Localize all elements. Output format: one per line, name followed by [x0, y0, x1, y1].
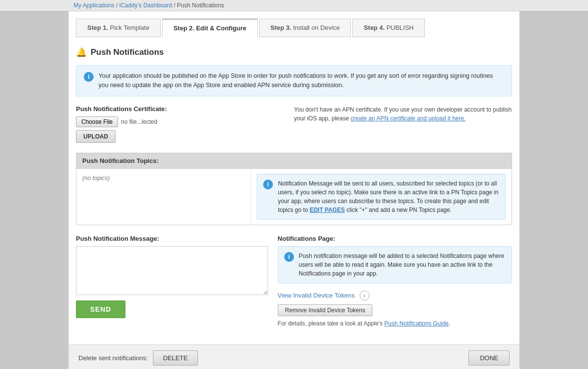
invalid-tokens-section: View Invalid Device Tokens i Remove Inva… — [278, 291, 512, 327]
edit-pages-link[interactable]: EDIT PAGES — [310, 207, 345, 213]
breadcrumb-sep-1: / — [116, 2, 118, 9]
delete-row: Delete sent notifications: DELETE — [78, 350, 198, 366]
breadcrumb-dashboard[interactable]: iCaddy's Dashboard — [119, 2, 172, 9]
file-name-display: no file...lected — [121, 118, 157, 125]
main-info-box: i Your application should be published o… — [76, 65, 512, 96]
remove-invalid-tokens-button[interactable]: Remove Invalid Device Tokens — [278, 304, 373, 316]
message-section-label: Push Notification Message: — [76, 235, 268, 242]
bottom-bar: Delete sent notifications: DELETE DONE — [69, 344, 519, 369]
topics-header: Push Notification Topics: — [76, 153, 512, 169]
step-1-tab[interactable]: Step 1. Pick Template — [76, 19, 161, 37]
notif-info-text: Push notification message will be added … — [299, 252, 506, 278]
step-4-tab[interactable]: Step 4. PUBLISH — [352, 19, 425, 37]
topics-info-inner: i Notification Message will be sent to a… — [257, 174, 506, 220]
cert-file-row: Choose File no file...lected — [76, 116, 167, 127]
apn-certificate-link[interactable]: create an APN certificate and upload it … — [350, 115, 466, 122]
topics-info-text: Notification Message will be sent to all… — [278, 179, 499, 214]
push-notifications-guide-link[interactable]: Push Notifications Guide — [384, 320, 448, 327]
choose-file-button[interactable]: Choose File — [76, 116, 118, 127]
delete-sent-label: Delete sent notifications: — [78, 354, 148, 362]
upload-button[interactable]: UPLOAD — [76, 130, 116, 143]
topics-info: i Notification Message will be sent to a… — [250, 169, 512, 225]
breadcrumb-current: Push Notifications — [177, 2, 224, 9]
message-textarea[interactable] — [76, 246, 268, 295]
notif-info-icon: i — [284, 252, 294, 262]
topics-list: (no topics) — [76, 169, 250, 225]
steps-nav: Step 1. Pick Template Step 2. Edit & Con… — [76, 19, 512, 37]
details-text: For details, please take a look at Apple… — [278, 320, 512, 327]
page-title: Push Notifications — [91, 47, 164, 57]
cert-left: Push Notifications Certificate: Choose F… — [76, 105, 167, 143]
no-topics-text: (no topics) — [82, 175, 110, 182]
topics-info-icon: i — [263, 180, 273, 189]
message-col: Push Notification Message: SEND — [76, 235, 268, 327]
invalid-tokens-top: View Invalid Device Tokens i — [278, 291, 512, 300]
delete-button[interactable]: DELETE — [153, 350, 198, 366]
breadcrumb-my-applications[interactable]: My Applications — [74, 2, 114, 9]
breadcrumb-bar: My Applications / iCaddy's Dashboard / P… — [0, 0, 588, 11]
notifications-page-label: Notifications Page: — [278, 235, 512, 242]
message-notifications-row: Push Notification Message: SEND Notifica… — [76, 235, 512, 327]
step-2-tab[interactable]: Step 2. Edit & Configure — [162, 19, 258, 37]
topics-body: (no topics) i Notification Message will … — [76, 169, 512, 225]
topics-section: Push Notification Topics: (no topics) i … — [76, 153, 512, 225]
notifications-col: Notifications Page: i Push notification … — [278, 235, 512, 327]
send-button[interactable]: SEND — [76, 300, 125, 318]
view-invalid-tokens-link[interactable]: View Invalid Device Tokens — [278, 292, 355, 299]
cert-label: Push Notifications Certificate: — [76, 105, 167, 113]
info-icon: i — [84, 72, 94, 82]
done-button[interactable]: DONE — [468, 350, 510, 366]
notifications-info-box: i Push notification message will be adde… — [278, 246, 512, 283]
step-3-tab[interactable]: Step 3. Install on Device — [259, 19, 351, 37]
cert-right: You don't have an APN certificate. If yo… — [294, 105, 512, 143]
main-content: Step 1. Pick Template Step 2. Edit & Con… — [69, 11, 519, 344]
notifications-col-inner: Notifications Page: i Push notification … — [278, 235, 512, 327]
bell-icon: 🔔 — [76, 47, 87, 58]
page-title-row: 🔔 Push Notifications — [76, 47, 512, 58]
cert-section: Push Notifications Certificate: Choose F… — [76, 105, 512, 143]
info-text: Your application should be published on … — [98, 71, 504, 90]
invalid-tokens-info-icon[interactable]: i — [360, 291, 369, 300]
